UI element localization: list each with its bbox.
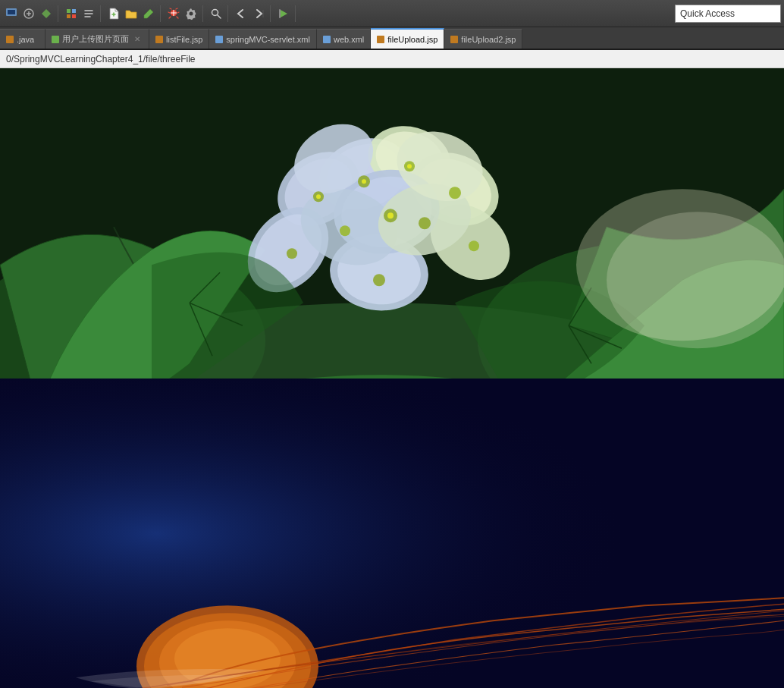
tab-webxml-icon bbox=[323, 36, 331, 43]
svg-point-49 bbox=[607, 212, 784, 348]
tab-fileupload2[interactable]: fileUpload2.jsp bbox=[444, 29, 522, 49]
address-path: 0/SpringMVCLearningChapter4_1/file/three… bbox=[6, 54, 195, 64]
tab-webxml[interactable]: web.xml bbox=[317, 29, 371, 49]
icon-5[interactable] bbox=[80, 5, 97, 22]
tab-jsp1-close[interactable]: ✕ bbox=[132, 34, 143, 45]
svg-point-46 bbox=[316, 194, 321, 199]
icon-forward[interactable] bbox=[250, 5, 267, 22]
toolbar-group-1 bbox=[3, 5, 58, 22]
tab-jsp1-icon bbox=[52, 36, 59, 43]
quick-access-input[interactable]: Quick Access bbox=[675, 5, 781, 23]
svg-rect-10 bbox=[279, 9, 281, 18]
svg-point-39 bbox=[469, 240, 479, 251]
svg-point-37 bbox=[449, 187, 461, 199]
toolbar-group-6 bbox=[233, 5, 271, 22]
toolbar-icons bbox=[3, 5, 675, 22]
tab-jsp1-label: 用户上传图片页面 bbox=[62, 33, 129, 45]
icon-pencil[interactable] bbox=[140, 5, 157, 22]
tab-listfile[interactable]: listFile.jsp bbox=[149, 29, 209, 49]
icon-folder[interactable] bbox=[123, 5, 140, 22]
tab-fileupload2-icon bbox=[450, 36, 458, 43]
jellyfish-image bbox=[0, 379, 784, 689]
icon-1[interactable] bbox=[3, 5, 20, 22]
svg-point-45 bbox=[407, 164, 412, 168]
toolbar-group-4 bbox=[165, 5, 203, 22]
icon-run[interactable] bbox=[275, 5, 292, 22]
svg-point-47 bbox=[387, 212, 394, 218]
icon-new-file[interactable] bbox=[105, 5, 122, 22]
toolbar-group-5 bbox=[208, 5, 228, 22]
svg-rect-3 bbox=[67, 9, 71, 13]
icon-3[interactable] bbox=[38, 5, 55, 22]
svg-point-44 bbox=[362, 179, 366, 184]
address-bar: 0/SpringMVCLearningChapter4_1/file/three… bbox=[0, 50, 784, 68]
svg-point-43 bbox=[419, 217, 431, 229]
toolbar-group-3 bbox=[105, 5, 161, 22]
tab-springmvc-icon bbox=[215, 36, 223, 43]
icon-back[interactable] bbox=[233, 5, 249, 22]
tab-java-label: .java bbox=[17, 35, 34, 44]
tab-fileupload-label: fileUpload.jsp bbox=[387, 35, 437, 44]
tab-fileupload-icon bbox=[377, 36, 384, 43]
icon-search-small[interactable] bbox=[208, 5, 224, 22]
toolbar-group-2 bbox=[63, 5, 101, 22]
svg-point-8 bbox=[190, 11, 193, 15]
toolbar-group-7 bbox=[275, 5, 296, 22]
tab-listfile-icon bbox=[155, 36, 163, 43]
tab-java-icon bbox=[6, 36, 14, 43]
toolbar: Quick Access bbox=[0, 0, 784, 27]
tab-springmvc[interactable]: springMVC-servlet.xml bbox=[209, 29, 317, 49]
icon-4[interactable] bbox=[63, 5, 80, 22]
tabs-bar: .java 用户上传图片页面 ✕ listFile.jsp springMVC-… bbox=[0, 27, 784, 50]
svg-rect-1 bbox=[8, 10, 15, 14]
svg-rect-4 bbox=[72, 9, 76, 13]
tab-jsp1[interactable]: 用户上传图片页面 ✕ bbox=[45, 29, 149, 49]
flower-image bbox=[0, 68, 784, 379]
svg-point-38 bbox=[287, 248, 297, 259]
svg-rect-5 bbox=[67, 14, 71, 18]
quick-access-label: Quick Access bbox=[680, 8, 735, 19]
tab-java[interactable]: .java bbox=[0, 29, 45, 49]
svg-point-40 bbox=[373, 274, 385, 286]
icon-bug[interactable] bbox=[165, 5, 182, 22]
tab-springmvc-label: springMVC-servlet.xml bbox=[226, 35, 310, 44]
svg-point-42 bbox=[340, 225, 350, 236]
tab-listfile-label: listFile.jsp bbox=[166, 35, 202, 44]
icon-2[interactable] bbox=[20, 5, 37, 22]
flower-section bbox=[0, 68, 784, 379]
tab-fileupload[interactable]: fileUpload.jsp bbox=[371, 28, 444, 49]
icon-settings[interactable] bbox=[183, 5, 199, 22]
svg-rect-52 bbox=[0, 379, 784, 689]
tab-webxml-label: web.xml bbox=[334, 35, 364, 44]
jellyfish-section bbox=[0, 379, 784, 689]
svg-rect-6 bbox=[72, 14, 76, 18]
svg-point-9 bbox=[212, 9, 218, 15]
content-area bbox=[0, 68, 784, 688]
tab-fileupload2-label: fileUpload2.jsp bbox=[461, 35, 516, 44]
